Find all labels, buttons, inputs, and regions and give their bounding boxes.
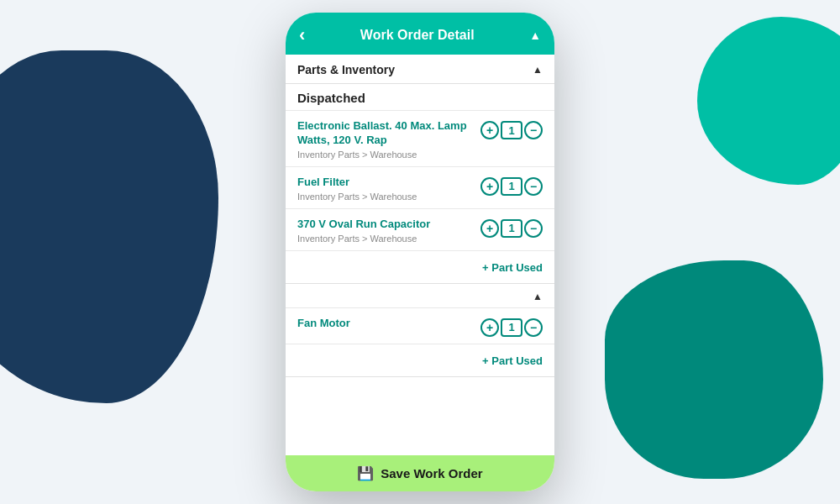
add-part-row-1: + Part Used — [286, 251, 554, 284]
part-name-capacitor: 370 V Oval Run Capacitor — [297, 218, 472, 232]
part-info-ballast: Electronic Ballast. 40 Max. Lamp Watts, … — [297, 119, 472, 160]
qty-decrease-ballast[interactable]: + — [480, 121, 499, 139]
qty-decrease-fuel-filter[interactable]: + — [480, 177, 499, 196]
parts-inventory-section-header[interactable]: Parts & Inventory ▲ — [286, 55, 554, 84]
background-blob-right-bottom — [605, 260, 823, 479]
qty-increase-fan-motor[interactable]: − — [524, 318, 543, 337]
parts-inventory-title: Parts & Inventory — [297, 63, 395, 76]
parts-inventory-collapse-icon[interactable]: ▲ — [533, 64, 543, 76]
qty-increase-capacitor[interactable]: − — [524, 219, 543, 238]
qty-increase-fuel-filter[interactable]: − — [524, 177, 543, 196]
part-info-fuel-filter: Fuel Filter Inventory Parts > Warehouse — [297, 176, 472, 202]
part-source-ballast: Inventory Parts > Warehouse — [297, 150, 472, 160]
background-blob-left — [0, 50, 218, 403]
part-name-fuel-filter: Fuel Filter — [297, 176, 472, 190]
part-item-capacitor: 370 V Oval Run Capacitor Inventory Parts… — [286, 209, 554, 251]
back-button[interactable]: ‹ — [299, 24, 305, 46]
background-blob-right-top — [697, 17, 840, 185]
section-2-arrow-icon[interactable]: ▲ — [533, 291, 543, 302]
qty-value-ballast: 1 — [501, 121, 522, 139]
section-2-header[interactable]: ▲ — [286, 284, 554, 308]
part-info-fan-motor: Fan Motor — [297, 317, 472, 333]
qty-value-fan-motor: 1 — [501, 318, 522, 337]
qty-increase-ballast[interactable]: − — [524, 121, 543, 139]
qty-control-fan-motor: + 1 − — [480, 318, 543, 337]
part-item-fuel-filter: Fuel Filter Inventory Parts > Warehouse … — [286, 167, 554, 209]
qty-control-ballast: + 1 − — [480, 121, 543, 139]
header-arrow-icon[interactable]: ▲ — [529, 29, 541, 42]
page-title: Work Order Detail — [360, 28, 475, 43]
add-part-button-2[interactable]: + Part Used — [482, 354, 543, 367]
qty-control-fuel-filter: + 1 − — [480, 177, 543, 196]
part-source-capacitor: Inventory Parts > Warehouse — [297, 234, 472, 244]
add-part-row-2: + Part Used — [286, 344, 554, 377]
part-name-fan-motor: Fan Motor — [297, 317, 472, 331]
part-item-ballast: Electronic Ballast. 40 Max. Lamp Watts, … — [286, 111, 554, 167]
dispatched-status-label: Dispatched — [286, 84, 554, 111]
qty-decrease-fan-motor[interactable]: + — [480, 318, 499, 337]
phone-header: ‹ Work Order Detail ▲ — [286, 13, 554, 55]
qty-control-capacitor: + 1 − — [480, 219, 543, 238]
phone-shell: ‹ Work Order Detail ▲ Parts & Inventory … — [286, 13, 554, 491]
part-item-fan-motor: Fan Motor + 1 − — [286, 308, 554, 344]
qty-value-fuel-filter: 1 — [501, 177, 522, 196]
phone-footer: 💾 Save Work Order — [286, 455, 554, 491]
part-source-fuel-filter: Inventory Parts > Warehouse — [297, 192, 472, 202]
part-info-capacitor: 370 V Oval Run Capacitor Inventory Parts… — [297, 218, 472, 244]
add-part-button-1[interactable]: + Part Used — [482, 261, 543, 274]
qty-decrease-capacitor[interactable]: + — [480, 219, 499, 238]
phone-content: Parts & Inventory ▲ Dispatched Electroni… — [286, 55, 554, 455]
save-icon: 💾 — [357, 465, 374, 481]
save-button-label: Save Work Order — [381, 466, 482, 480]
qty-value-capacitor: 1 — [501, 219, 522, 238]
part-name-ballast: Electronic Ballast. 40 Max. Lamp Watts, … — [297, 119, 472, 148]
